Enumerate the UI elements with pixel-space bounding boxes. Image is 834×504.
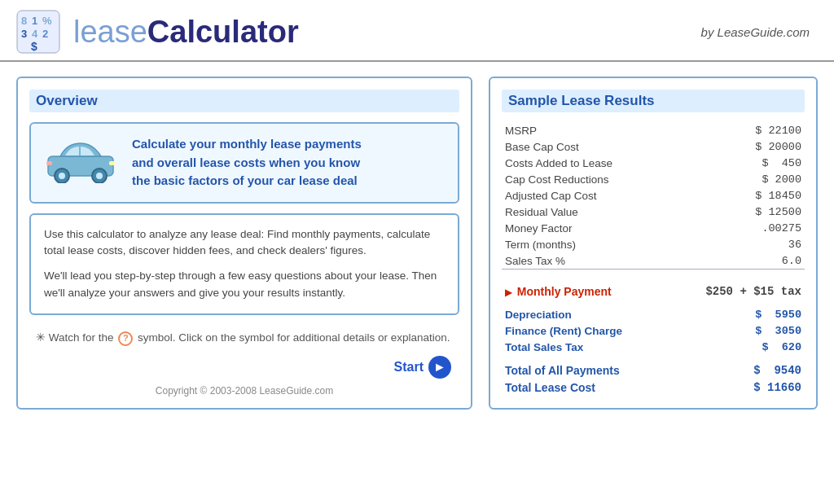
start-label: Start <box>394 360 424 375</box>
car-description: Calculate your monthly lease payments an… <box>132 135 362 191</box>
results-panel: Sample Lease Results MSRP $ 22100 Base C… <box>489 77 818 410</box>
svg-text:3: 3 <box>21 28 27 40</box>
row-value: $ 3050 <box>668 322 805 339</box>
start-arrow-icon: ► <box>428 356 451 379</box>
row-label: Costs Added to Lease <box>502 155 668 171</box>
row-value: $ 5950 <box>668 306 805 322</box>
row-value: 36 <box>668 236 805 252</box>
start-button[interactable]: Start ► <box>394 356 451 379</box>
row-label: Money Factor <box>502 220 668 236</box>
table-row: Term (months) 36 <box>502 236 805 252</box>
row-value: $ 9540 <box>668 362 805 379</box>
monthly-triangle-icon: ▶ <box>505 287 512 298</box>
divider-row <box>502 270 805 283</box>
help-star: ✳ <box>36 331 46 344</box>
sales-tax-row: Total Sales Tax $ 620 <box>502 339 805 355</box>
help-question-icon[interactable]: ? <box>118 331 133 346</box>
table-row: Money Factor .00275 <box>502 220 805 236</box>
row-label: Residual Value <box>502 204 668 220</box>
monthly-value: $250 + $15 tax <box>668 283 805 300</box>
car-icon <box>44 138 117 186</box>
overview-title: Overview <box>29 90 459 112</box>
info-para-1: Use this calculator to analyze any lease… <box>44 226 445 261</box>
header-logo-area: 8 1 % 3 4 2 $ leaseCalculator <box>16 10 299 54</box>
row-label: Finance (Rent) Charge <box>502 322 668 339</box>
spacer-row-2 <box>502 355 805 362</box>
svg-point-12 <box>96 173 103 179</box>
svg-point-10 <box>59 173 65 179</box>
row-value: $ 22100 <box>668 122 805 138</box>
row-label: Total Lease Cost <box>502 379 668 396</box>
logo-calculator: Calculator <box>147 15 299 49</box>
finance-row: Finance (Rent) Charge $ 3050 <box>502 322 805 339</box>
total-all-payments-row: Total of All Payments $ 9540 <box>502 362 805 379</box>
info-para-2: We'll lead you step-by-step through a fe… <box>44 268 445 302</box>
page-header: 8 1 % 3 4 2 $ leaseCalculator by LeaseGu… <box>0 0 834 62</box>
copyright: Copyright © 2003-2008 LeaseGuide.com <box>29 385 459 397</box>
byline: by LeaseGuide.com <box>701 25 810 39</box>
depreciation-row: Depreciation $ 5950 <box>502 306 805 322</box>
svg-text:%: % <box>42 15 52 27</box>
app-title: leaseCalculator <box>73 16 299 47</box>
info-box: Use this calculator to analyze any lease… <box>29 213 459 316</box>
logo-icon: 8 1 % 3 4 2 $ <box>16 10 60 54</box>
main-content: Overview <box>0 77 834 410</box>
row-label: Base Cap Cost <box>502 138 668 155</box>
row-label: Total of All Payments <box>502 362 668 379</box>
row-label: Depreciation <box>502 306 668 322</box>
table-row: MSRP $ 22100 <box>502 122 805 138</box>
results-title: Sample Lease Results <box>502 90 805 112</box>
logo-lease: lease <box>73 15 147 49</box>
svg-text:$: $ <box>31 40 37 53</box>
row-value: $ 620 <box>668 339 805 355</box>
table-row: Sales Tax % 6.0 <box>502 252 805 270</box>
car-box: Calculate your monthly lease payments an… <box>29 122 459 204</box>
monthly-label-text: Monthly Payment <box>517 285 612 298</box>
row-value: $ 18450 <box>668 187 805 204</box>
row-label: Cap Cost Reductions <box>502 171 668 187</box>
table-row: Base Cap Cost $ 20000 <box>502 138 805 155</box>
spacer-row <box>502 300 805 306</box>
row-value: $ 12500 <box>668 204 805 220</box>
monthly-label: ▶ Monthly Payment <box>502 283 668 300</box>
total-lease-cost-row: Total Lease Cost $ 11660 <box>502 379 805 396</box>
help-note: ✳ Watch for the ? symbol. Click on the s… <box>29 325 459 351</box>
row-value: $ 11660 <box>668 379 805 396</box>
row-label: Total Sales Tax <box>502 339 668 355</box>
table-row: Residual Value $ 12500 <box>502 204 805 220</box>
help-text-before: Watch for the <box>49 331 114 344</box>
results-table: MSRP $ 22100 Base Cap Cost $ 20000 Costs… <box>502 122 805 396</box>
table-row: Cap Cost Reductions $ 2000 <box>502 171 805 187</box>
table-row: Costs Added to Lease $ 450 <box>502 155 805 171</box>
svg-rect-14 <box>46 161 52 165</box>
row-label: Sales Tax % <box>502 252 668 270</box>
overview-panel: Overview <box>16 77 472 410</box>
row-value: 6.0 <box>668 252 805 270</box>
row-value: $ 450 <box>668 155 805 171</box>
row-label: MSRP <box>502 122 668 138</box>
row-label: Term (months) <box>502 236 668 252</box>
row-value: .00275 <box>668 220 805 236</box>
row-label: Adjusted Cap Cost <box>502 187 668 204</box>
svg-text:2: 2 <box>42 28 48 40</box>
table-row: Adjusted Cap Cost $ 18450 <box>502 187 805 204</box>
row-value: $ 20000 <box>668 138 805 155</box>
svg-text:8: 8 <box>21 15 27 27</box>
start-row: Start ► <box>29 356 459 379</box>
monthly-payment-row: ▶ Monthly Payment $250 + $15 tax <box>502 283 805 300</box>
svg-text:4: 4 <box>32 28 38 40</box>
divider-line <box>502 270 805 283</box>
svg-text:1: 1 <box>32 15 37 27</box>
row-value: $ 2000 <box>668 171 805 187</box>
help-text-after: symbol. Click on the symbol for addition… <box>138 331 450 344</box>
svg-rect-13 <box>109 161 115 165</box>
